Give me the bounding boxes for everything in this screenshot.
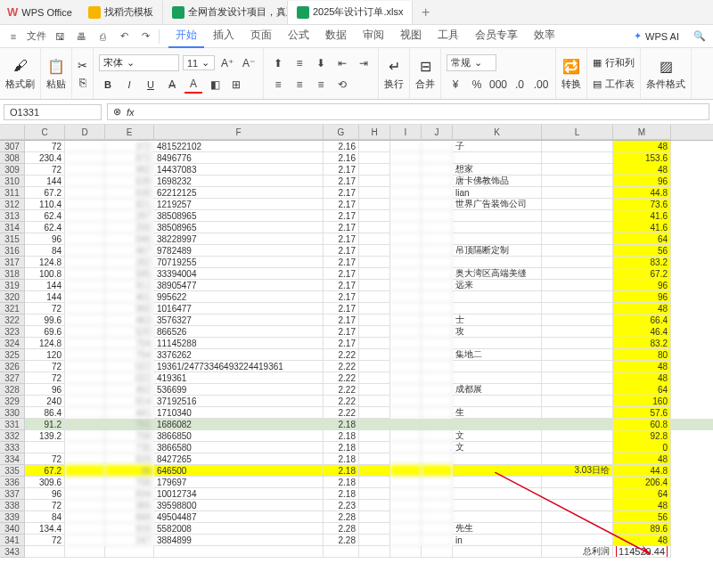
cell[interactable]: 3866580 <box>154 442 324 453</box>
cell[interactable]: 1686082 <box>154 419 324 430</box>
row-header[interactable]: 335 <box>0 465 25 477</box>
cell[interactable] <box>390 442 422 453</box>
cell[interactable]: 奥大湾区高端美缝 <box>453 268 542 280</box>
cell[interactable] <box>65 210 105 222</box>
cell[interactable] <box>422 303 453 314</box>
cell[interactable] <box>359 164 390 176</box>
cell[interactable]: 3576327 <box>154 314 324 326</box>
cell[interactable] <box>422 396 453 407</box>
cell[interactable] <box>65 338 105 349</box>
underline-button[interactable]: U <box>142 76 160 94</box>
cell[interactable] <box>542 210 613 222</box>
tab-efficiency[interactable]: 效率 <box>527 24 562 48</box>
cell[interactable] <box>65 477 105 488</box>
cell[interactable] <box>65 268 105 280</box>
table-row[interactable]: 32369.66208665262.17攻46.4 <box>0 326 713 338</box>
cell[interactable]: 67.2 <box>25 465 65 477</box>
table-row[interactable]: 3201444019956222.1796 <box>0 291 713 303</box>
cell[interactable]: 911 <box>105 280 154 291</box>
cell[interactable] <box>542 349 613 361</box>
cell[interactable]: 2.17 <box>324 257 359 268</box>
table-row[interactable]: 31167.2630622121252.17lian44.8 <box>0 187 713 199</box>
cell[interactable] <box>390 500 422 511</box>
tab-review[interactable]: 审阅 <box>356 24 391 48</box>
cell[interactable]: 704 <box>105 338 154 349</box>
cell[interactable] <box>65 523 105 535</box>
cell[interactable] <box>422 268 453 280</box>
cell[interactable]: 365 <box>105 500 154 511</box>
cell[interactable]: 709 <box>105 430 154 442</box>
cell[interactable] <box>422 176 453 187</box>
cell[interactable]: 56 <box>613 245 671 257</box>
cell[interactable]: 179697 <box>154 477 324 488</box>
cell[interactable] <box>390 430 422 442</box>
cell[interactable] <box>359 338 390 349</box>
cell[interactable]: 84 <box>25 245 65 257</box>
row-header[interactable]: 340 <box>0 523 25 535</box>
cell[interactable] <box>542 338 613 349</box>
cell[interactable]: 91.2 <box>25 419 65 430</box>
cell[interactable]: 022 <box>105 372 154 384</box>
cell[interactable] <box>390 152 422 164</box>
row-header[interactable]: 341 <box>0 535 25 546</box>
cell[interactable] <box>453 338 542 349</box>
cell[interactable] <box>422 349 453 361</box>
table-row[interactable]: 332139.270938668502.18文92.8 <box>0 430 713 442</box>
tab-insert[interactable]: 插入 <box>206 24 242 48</box>
cell[interactable] <box>65 233 105 245</box>
row-header[interactable]: 331 <box>0 419 25 430</box>
cell[interactable]: 96 <box>613 280 671 291</box>
cell[interactable]: 5582008 <box>154 523 324 535</box>
cell[interactable] <box>359 419 390 430</box>
cell[interactable] <box>65 430 105 442</box>
cell[interactable]: 872 <box>105 152 154 164</box>
cell[interactable]: 153.6 <box>613 152 671 164</box>
row-header[interactable]: 319 <box>0 280 25 291</box>
cell[interactable]: 1219257 <box>154 199 324 210</box>
number-format-select[interactable]: 常规⌄ <box>447 54 496 71</box>
cell[interactable]: 72 <box>25 453 65 465</box>
tab-project[interactable]: 全网首发设计项目，真正实现趣赚， <box>163 1 288 24</box>
row-header[interactable]: 327 <box>0 372 25 384</box>
cell[interactable] <box>359 141 390 152</box>
cell[interactable] <box>422 187 453 199</box>
cell[interactable] <box>65 152 105 164</box>
cell[interactable]: 2.23 <box>324 500 359 511</box>
wrap-button[interactable]: ↵换行 <box>384 56 404 91</box>
cell[interactable]: 022 <box>105 361 154 372</box>
cell[interactable]: 9782489 <box>154 245 324 257</box>
cell[interactable]: 287 <box>105 210 154 222</box>
cell[interactable]: 11145288 <box>154 338 324 349</box>
cell[interactable]: 48 <box>613 361 671 372</box>
col-header[interactable]: L <box>542 125 613 140</box>
cell[interactable]: 83.2 <box>613 257 671 268</box>
cell[interactable]: lian <box>453 187 542 199</box>
cell[interactable]: 36 <box>105 465 154 477</box>
row-header[interactable]: 334 <box>0 453 25 465</box>
cell[interactable] <box>453 291 542 303</box>
cell[interactable] <box>542 245 613 257</box>
cell[interactable] <box>359 465 390 477</box>
cell[interactable]: 92.8 <box>613 430 671 442</box>
cell[interactable]: 2.18 <box>324 419 359 430</box>
tab-start[interactable]: 开始 <box>168 24 204 48</box>
cell[interactable] <box>453 453 542 465</box>
cell[interactable] <box>422 152 453 164</box>
cell[interactable]: 2.17 <box>324 326 359 338</box>
cell[interactable]: 585 <box>105 268 154 280</box>
cell[interactable] <box>422 442 453 453</box>
cell[interactable]: 916 <box>105 523 154 535</box>
row-header[interactable]: 339 <box>0 511 25 523</box>
cell[interactable] <box>65 488 105 500</box>
cell[interactable]: 48 <box>613 453 671 465</box>
cell[interactable] <box>422 233 453 245</box>
cell[interactable] <box>359 372 390 384</box>
strike-button[interactable]: A̶ <box>163 76 181 94</box>
cell[interactable]: 751 <box>105 419 154 430</box>
cell[interactable] <box>65 535 105 546</box>
row-header[interactable]: 318 <box>0 268 25 280</box>
cell[interactable] <box>390 372 422 384</box>
cell[interactable]: 38905477 <box>154 280 324 291</box>
cell[interactable]: 120 <box>25 349 65 361</box>
cell[interactable]: 620 <box>105 326 154 338</box>
